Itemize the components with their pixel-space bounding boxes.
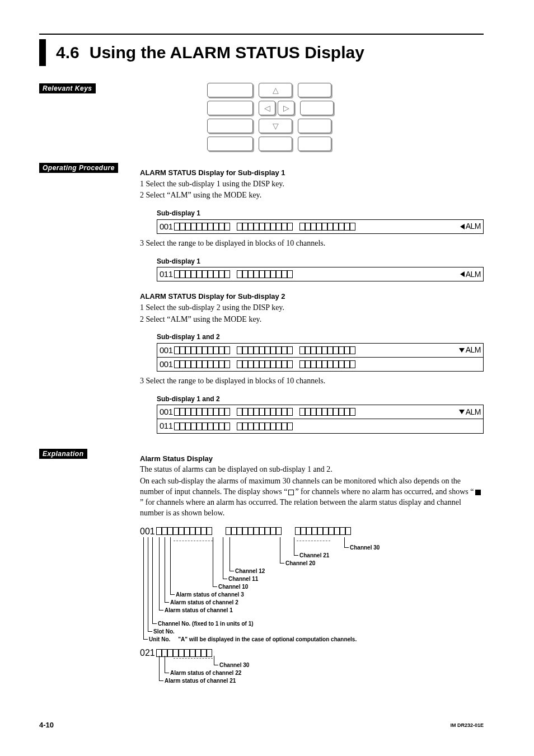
- disp2-label: Sub-display 1: [157, 257, 484, 266]
- proc1-step1: 1 Select the sub-display 1 using the DIS…: [140, 179, 484, 190]
- section-number: 4.6: [56, 43, 79, 63]
- empty-square-icon: [288, 490, 294, 495]
- filled-square-icon: [475, 490, 481, 495]
- proc2-heading: ALARM STATUS Display for Sub-display 2: [140, 292, 484, 302]
- page-number: 4-10: [39, 721, 54, 729]
- display-box-3b: 001: [157, 357, 484, 372]
- proc2-disp2-label: Sub-display 1 and 2: [157, 395, 484, 403]
- page-title: 4.6 Using the ALARM STATUS Display: [39, 39, 484, 66]
- disp1-label: Sub-display 1: [157, 209, 484, 218]
- section-title: Using the ALARM STATUS Display: [90, 43, 364, 63]
- proc1-heading: ALARM STATUS Display for Sub-display 1: [140, 168, 484, 178]
- display-box-1: 001 ALM: [157, 219, 484, 234]
- proc1-step2: 2 Select “ALM” using the MODE key.: [140, 190, 484, 201]
- triangle-down-icon: [459, 410, 465, 414]
- triangle-down-icon: [459, 348, 465, 353]
- label-operating-procedure: Operating Procedure: [39, 163, 118, 173]
- triangle-left-icon: [460, 224, 465, 229]
- keypad-illustration: △ ◁▷ ▽: [207, 83, 484, 151]
- label-relevant-keys: Relevant Keys: [39, 83, 96, 93]
- explanation-p2: On each sub-display the alarms of maximu…: [140, 476, 484, 519]
- proc2-step3: 3 Select the range to be displayed in bl…: [140, 376, 484, 387]
- proc2-step2: 2 Select “ALM” using the MODE key.: [140, 314, 484, 325]
- label-explanation: Explanation: [39, 449, 87, 459]
- channel-diagram-1: 001 Channel 30 Channel 21: [140, 525, 484, 678]
- explanation-p1: The status of alarms can be displayed on…: [140, 464, 484, 475]
- proc2-step1: 1 Select the sub-display 2 using the DIS…: [140, 303, 484, 313]
- page-footer: 4-10 IM DR232-01E: [39, 721, 484, 729]
- triangle-left-icon: [460, 271, 465, 277]
- display-box-4a: 001 ALM: [157, 405, 484, 419]
- proc1-step3: 3 Select the range to be displayed in bl…: [140, 238, 484, 249]
- display-box-4b: 011: [157, 419, 484, 433]
- explanation-heading: Alarm Status Display: [140, 454, 484, 464]
- display-box-3a: 001 ALM: [157, 343, 484, 357]
- proc2-disp-label: Sub-display 1 and 2: [157, 332, 484, 341]
- document-id: IM DR232-01E: [450, 722, 484, 728]
- display-box-2: 011 ALM: [157, 267, 484, 281]
